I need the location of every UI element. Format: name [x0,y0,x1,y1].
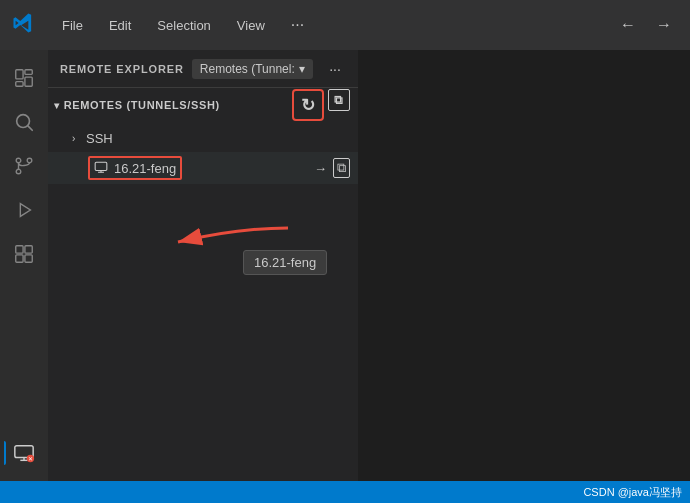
activity-icon-search[interactable] [4,102,44,142]
attribution: CSDN @java冯坚持 [583,485,682,500]
refresh-button[interactable]: ↻ [295,92,321,118]
activity-icon-run[interactable] [4,190,44,230]
dropdown-chevron: ▾ [299,62,305,76]
connect-arrow-button[interactable]: → [314,161,327,176]
sidebar-header-actions: ··· [324,58,346,80]
more-options-button[interactable]: ··· [324,58,346,80]
ssh-host-box: 16.21-feng [88,156,182,180]
tree: › SSH 16.21-feng → [48,122,358,186]
ssh-host-item[interactable]: 16.21-feng → ⧉ [48,152,358,184]
host-label: 16.21-feng [114,161,176,176]
activity-icon-extensions[interactable] [4,234,44,274]
dropdown-label: Remotes (Tunnel: [200,62,295,76]
section-chevron: ▾ [54,100,60,111]
ssh-chevron: › [72,133,86,144]
titlebar-nav: ← → [614,12,678,38]
activity-icon-remote-explorer[interactable]: ✕ [4,433,44,473]
bottom-bar: CSDN @java冯坚持 [0,481,690,503]
connect-window-button[interactable]: ⧉ [333,158,350,178]
refresh-highlight: ↻ [292,89,324,121]
section-header-actions: ↻ ⧉ [292,89,350,121]
activity-icon-source-control[interactable] [4,146,44,186]
forward-button[interactable]: → [650,12,678,38]
main-area: ✕ REMOTE EXPLORER Remotes (Tunnel: ▾ ···… [0,50,690,481]
svg-rect-13 [25,255,32,262]
activity-icon-explorer[interactable] [4,58,44,98]
svg-point-7 [16,169,21,174]
titlebar-menu: File Edit Selection View ··· [56,12,310,38]
host-icon [94,160,108,177]
svg-rect-12 [16,255,23,262]
svg-marker-9 [20,204,30,217]
menu-more[interactable]: ··· [285,12,310,38]
ssh-label: SSH [86,131,113,146]
copy-window-button[interactable]: ⧉ [328,89,350,111]
svg-rect-10 [16,246,23,253]
host-tooltip: 16.21-feng [243,250,327,275]
svg-line-5 [28,126,32,130]
svg-text:✕: ✕ [28,456,33,462]
svg-rect-11 [25,246,32,253]
ssh-group[interactable]: › SSH [48,124,358,152]
back-button[interactable]: ← [614,12,642,38]
svg-rect-0 [16,70,23,79]
svg-rect-19 [95,162,107,170]
menu-file[interactable]: File [56,14,89,37]
editor-area [358,50,690,481]
svg-rect-1 [25,70,32,75]
svg-point-6 [16,158,21,163]
section-title: REMOTES (TUNNELS/SSH) [64,99,220,111]
sidebar: REMOTE EXPLORER Remotes (Tunnel: ▾ ··· ▾… [48,50,358,481]
svg-point-8 [27,158,32,163]
host-actions: → ⧉ [314,158,350,178]
tooltip-text: 16.21-feng [254,255,316,270]
titlebar: File Edit Selection View ··· ← → [0,0,690,50]
svg-rect-3 [16,82,23,87]
svg-rect-2 [25,77,32,86]
menu-selection[interactable]: Selection [151,14,216,37]
activity-bar: ✕ [0,50,48,481]
vscode-logo [12,12,34,39]
sidebar-header: REMOTE EXPLORER Remotes (Tunnel: ▾ ··· [48,50,358,88]
remotes-section-header[interactable]: ▾ REMOTES (TUNNELS/SSH) ↻ ⧉ [48,88,358,122]
remote-explorer-title: REMOTE EXPLORER [60,63,184,75]
remotes-dropdown[interactable]: Remotes (Tunnel: ▾ [192,59,313,79]
menu-edit[interactable]: Edit [103,14,137,37]
menu-view[interactable]: View [231,14,271,37]
